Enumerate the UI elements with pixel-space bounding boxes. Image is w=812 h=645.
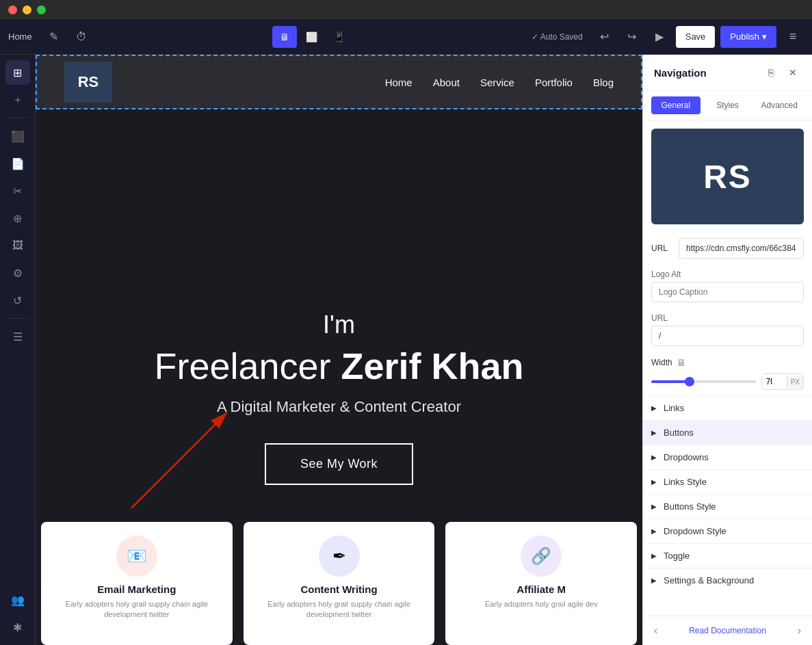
- history-icon-btn[interactable]: ⏱: [70, 26, 92, 48]
- width-slider[interactable]: [651, 380, 756, 383]
- sidebar-divider-1: [7, 118, 29, 118]
- logo-preview-area[interactable]: RS: [651, 129, 804, 224]
- redo-btn[interactable]: ↪: [621, 26, 643, 48]
- toggle-label: Toggle: [664, 551, 690, 561]
- sidebar-item-menu[interactable]: ☰: [5, 324, 30, 349]
- settings-background-label: Settings & Background: [664, 575, 754, 585]
- section-buttons-style[interactable]: ▶ Buttons Style: [643, 494, 812, 518]
- home-label[interactable]: Home: [8, 31, 32, 42]
- sidebar-item-blocks[interactable]: ⊕: [5, 206, 30, 231]
- section-settings-background[interactable]: ▶ Settings & Background: [643, 568, 812, 592]
- buttons-style-arrow-icon: ▶: [651, 503, 657, 510]
- sidebar-item-integrations[interactable]: ✱: [5, 615, 30, 640]
- preview-btn[interactable]: ▶: [649, 26, 670, 48]
- panel-close-icon[interactable]: ✕: [785, 64, 801, 81]
- url-input-2[interactable]: [651, 326, 804, 346]
- service-desc-2: Early adopters holy grail supply chain a…: [257, 599, 421, 620]
- sidebar-item-grid[interactable]: ⊞: [5, 60, 30, 85]
- desktop-view-btn[interactable]: 🖥: [272, 26, 297, 48]
- services-section: 📧 Email Marketing Early adopters holy gr…: [36, 522, 642, 645]
- sidebar-divider-2: [7, 318, 29, 319]
- preview-navigation[interactable]: RS Home About Service Portfolio Blog: [36, 55, 642, 109]
- undo-btn[interactable]: ↩: [594, 26, 616, 48]
- preview-logo-box[interactable]: RS: [64, 62, 112, 103]
- width-monitor-icon: 🖥: [677, 357, 686, 368]
- links-label: Links: [664, 403, 684, 413]
- website-preview[interactable]: RS Home About Service Portfolio Blog I'm…: [36, 55, 642, 645]
- section-dropdowns[interactable]: ▶ Dropdowns: [643, 445, 812, 469]
- url-label-2: URL: [651, 313, 804, 323]
- hero-content: I'm Freelancer Zerif Khan A Digital Mark…: [154, 269, 523, 485]
- panel-prev-btn[interactable]: ‹: [654, 624, 657, 637]
- width-section: Width 🖥 70 PX: [643, 352, 812, 395]
- nav-link-portfolio[interactable]: Portfolio: [535, 77, 573, 88]
- hero-name: Freelancer Zerif Khan: [154, 345, 523, 387]
- nav-link-service[interactable]: Service: [480, 77, 514, 88]
- read-docs-link[interactable]: Read Documentation: [689, 626, 766, 635]
- hero-name-plain: Freelancer: [154, 345, 341, 386]
- nav-link-about[interactable]: About: [433, 77, 460, 88]
- sidebar-item-pages[interactable]: 📄: [5, 151, 30, 176]
- dropdowns-arrow-icon: ▶: [651, 453, 657, 461]
- tab-advanced[interactable]: Advanced: [755, 96, 804, 114]
- section-links[interactable]: ▶ Links: [643, 395, 812, 420]
- service-icon-2: ✒: [319, 536, 360, 577]
- section-links-style[interactable]: ▶ Links Style: [643, 469, 812, 494]
- service-card-1: 📧 Email Marketing Early adopters holy gr…: [41, 522, 233, 645]
- panel-header-icons: ⎘ ✕: [763, 64, 801, 81]
- panel-next-btn[interactable]: ›: [798, 624, 801, 637]
- section-toggle[interactable]: ▶ Toggle: [643, 543, 812, 568]
- dropdowns-label: Dropdowns: [664, 452, 709, 462]
- nav-link-home[interactable]: Home: [385, 77, 412, 88]
- mobile-view-btn[interactable]: 📱: [327, 26, 352, 48]
- section-dropdown-style[interactable]: ▶ Dropdown Style: [643, 518, 812, 543]
- publish-button[interactable]: Publish ▾: [720, 26, 776, 48]
- logo-alt-input[interactable]: [651, 282, 804, 302]
- service-desc-1: Early adopters holy grail supply chain a…: [55, 599, 219, 620]
- panel-title: Navigation: [654, 67, 763, 79]
- panel-tabs: General Styles Advanced: [643, 91, 812, 120]
- toggle-arrow-icon: ▶: [651, 552, 657, 560]
- auto-saved-label: ✓ Auto Saved: [532, 32, 583, 42]
- nav-link-blog[interactable]: Blog: [593, 77, 614, 88]
- save-button[interactable]: Save: [676, 26, 716, 48]
- settings-bg-arrow-icon: ▶: [651, 577, 657, 584]
- sidebar-item-revisions[interactable]: ↺: [5, 288, 30, 313]
- right-panel: Navigation ⎘ ✕ General Styles Advanced R…: [642, 55, 812, 645]
- minimize-button[interactable]: [23, 5, 31, 14]
- close-button[interactable]: [8, 5, 17, 14]
- width-number-input[interactable]: 70: [762, 374, 787, 389]
- service-card-3: 🔗 Affiliate M Early adopters holy grail …: [445, 522, 637, 645]
- left-sidebar: ⊞ ＋ ⬛ 📄 ✂ ⊕ 🖼 ⚙ ↺ ☰ 👥 ✱: [0, 55, 36, 645]
- url-input-1[interactable]: [679, 238, 804, 259]
- panel-copy-icon[interactable]: ⎘: [763, 64, 779, 81]
- buttons-label: Buttons: [664, 427, 694, 438]
- links-style-label: Links Style: [664, 477, 707, 487]
- sidebar-item-settings[interactable]: ⚙: [5, 261, 30, 285]
- width-unit-label: PX: [787, 376, 803, 389]
- width-label: Width: [651, 358, 672, 367]
- dropdown-style-label: Dropdown Style: [664, 526, 726, 536]
- hero-name-bold: Zerif Khan: [341, 345, 524, 386]
- device-switcher: 🖥 ⬜ 📱: [272, 26, 352, 48]
- maximize-button[interactable]: [37, 5, 46, 14]
- section-buttons[interactable]: ▶ Buttons: [643, 420, 812, 445]
- sidebar-item-elements[interactable]: ✂: [5, 179, 30, 203]
- url-label-1: URL: [651, 243, 673, 253]
- toolbar-menu-btn[interactable]: ≡: [782, 26, 804, 48]
- width-controls: 70 PX: [651, 373, 804, 390]
- tab-general[interactable]: General: [651, 96, 700, 114]
- panel-url-field-2: URL: [643, 308, 812, 352]
- edit-icon-btn[interactable]: ✎: [43, 26, 65, 48]
- sidebar-item-add[interactable]: ＋: [5, 88, 30, 112]
- logo-preview-text: RS: [703, 158, 752, 196]
- preview-logo-text: RS: [78, 73, 99, 91]
- sidebar-item-users[interactable]: 👥: [5, 588, 30, 612]
- sidebar-item-media[interactable]: 🖼: [5, 233, 30, 258]
- hero-subtitle: A Digital Marketer & Content Creator: [154, 398, 523, 416]
- tablet-view-btn[interactable]: ⬜: [300, 26, 324, 48]
- sidebar-item-layers[interactable]: ⬛: [5, 124, 30, 148]
- links-style-arrow-icon: ▶: [651, 478, 657, 486]
- hero-cta-button[interactable]: See My Work: [265, 443, 413, 485]
- tab-styles[interactable]: Styles: [703, 96, 752, 114]
